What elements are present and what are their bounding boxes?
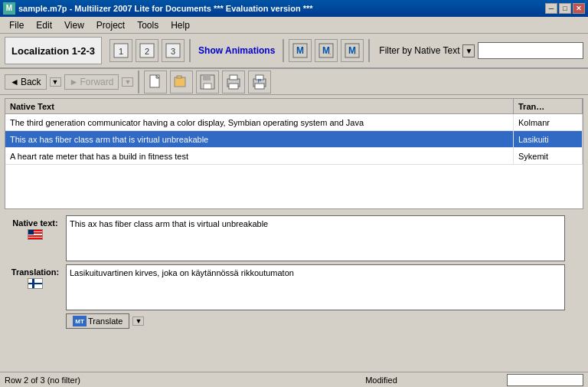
svg-rect-17: [177, 76, 181, 78]
svg-rect-26: [255, 84, 264, 89]
new-doc-button[interactable]: [144, 71, 167, 93]
translation-input[interactable]: [66, 264, 565, 310]
svg-text:M: M: [296, 45, 304, 56]
toolbar: Localization 1-2-3 1 2 3 Show Animations…: [0, 34, 588, 69]
toolbar-btn-2[interactable]: 2: [136, 39, 158, 62]
status-search-input[interactable]: [507, 374, 583, 386]
toolbar-btn-m1[interactable]: M: [289, 39, 312, 62]
fi-flag-icon: [28, 278, 43, 289]
table-header: Native Text Tran…: [5, 99, 583, 114]
menu-bar: File Edit View Project Tools Help: [0, 17, 588, 34]
translate-dropdown[interactable]: ▼: [132, 316, 144, 326]
window-title: sample.m7p - Multilizer 2007 Lite for Do…: [18, 4, 545, 13]
forward-arrow-icon: ►: [70, 77, 79, 87]
cell-native-3: A heart rate meter that has a build in f…: [5, 148, 514, 164]
back-label: Back: [21, 77, 41, 87]
localization-label: Localization 1-2-3: [5, 37, 102, 64]
native-label-text: Native text:: [12, 218, 57, 228]
translation-row: Translation:: [5, 264, 583, 310]
table-row[interactable]: The third generation communicator having…: [5, 114, 583, 131]
back-arrow-icon: ◄: [10, 77, 19, 87]
window-controls: ─ □ ✕: [545, 3, 585, 14]
nav-separator: [138, 71, 139, 93]
save-button[interactable]: [196, 71, 219, 93]
svg-text:←: ←: [353, 51, 358, 57]
column-header-tran: Tran…: [514, 99, 583, 113]
close-button[interactable]: ✕: [573, 3, 585, 14]
menu-tools[interactable]: Tools: [131, 18, 165, 32]
status-bar: Row 2 of 3 (no filter) Modified: [0, 372, 588, 387]
svg-rect-16: [175, 77, 185, 87]
translate-row: MT Translate ▼: [66, 313, 583, 329]
svg-text:→: →: [327, 51, 332, 57]
separator-2: [283, 39, 284, 62]
forward-dropdown[interactable]: ▼: [122, 77, 133, 87]
svg-rect-22: [230, 75, 237, 80]
menu-view[interactable]: View: [58, 18, 90, 32]
svg-rect-19: [203, 75, 211, 80]
menu-edit[interactable]: Edit: [30, 18, 58, 32]
table-row[interactable]: This ax has fiber class arm that is virt…: [5, 131, 583, 148]
cell-tran-3: Sykemit: [514, 148, 583, 164]
translate-button[interactable]: MT Translate: [66, 313, 129, 329]
cell-native-1: The third generation communicator having…: [5, 114, 514, 130]
table-container: Native Text Tran… The third generation c…: [5, 98, 583, 209]
svg-text:2: 2: [145, 47, 149, 56]
native-text-label: Native text:: [5, 215, 66, 240]
svg-rect-23: [229, 84, 238, 89]
bottom-panel: Native text: Translation: MT Translate ▼…: [0, 212, 588, 372]
separator-1: [189, 39, 191, 62]
show-animations-button[interactable]: Show Animations: [195, 44, 278, 57]
svg-text:1: 1: [119, 47, 123, 56]
toolbar-btn-1[interactable]: 1: [109, 39, 132, 62]
filter-dropdown-button[interactable]: ▼: [462, 44, 475, 57]
toolbar-btn-3[interactable]: 3: [162, 39, 185, 62]
translation-label-text: Translation:: [11, 267, 59, 277]
modified-status: Modified: [256, 376, 507, 385]
mt-icon: MT: [73, 316, 87, 326]
native-text-input[interactable]: [66, 215, 565, 261]
menu-help[interactable]: Help: [165, 18, 196, 32]
svg-text:3: 3: [171, 47, 175, 56]
back-dropdown[interactable]: ▼: [50, 77, 61, 87]
app-icon: M: [3, 2, 15, 15]
translate-label: Translate: [88, 316, 122, 326]
cell-tran-1: Kolmanr: [514, 114, 583, 130]
column-header-native: Native Text: [5, 99, 514, 113]
cell-tran-2: Lasikuiti: [514, 131, 583, 147]
print2-button[interactable]: P: [248, 71, 271, 93]
filter-label: Filter by Native Text: [379, 45, 459, 56]
row-info: Row 2 of 3 (no filter): [5, 376, 256, 385]
menu-file[interactable]: File: [3, 18, 30, 32]
title-bar: M sample.m7p - Multilizer 2007 Lite for …: [0, 0, 588, 17]
native-text-row: Native text:: [5, 215, 583, 261]
menu-project[interactable]: Project: [90, 18, 131, 32]
minimize-button[interactable]: ─: [545, 3, 557, 14]
toolbar-btn-m3[interactable]: M←: [341, 39, 364, 62]
print-button[interactable]: [222, 71, 245, 93]
svg-rect-20: [204, 84, 211, 89]
forward-label: Forward: [80, 77, 113, 87]
table-row[interactable]: A heart rate meter that has a build in f…: [5, 148, 583, 165]
filter-input[interactable]: [478, 42, 583, 59]
back-button[interactable]: ◄ Back: [5, 74, 47, 90]
main-content: Native Text Tran… The third generation c…: [0, 95, 588, 372]
translation-label: Translation:: [5, 264, 66, 289]
svg-text:P: P: [258, 78, 262, 84]
open-doc-button[interactable]: [170, 71, 193, 93]
forward-button[interactable]: ► Forward: [64, 74, 119, 90]
maximize-button[interactable]: □: [559, 3, 571, 14]
separator-3: [368, 39, 370, 62]
cell-native-2: This ax has fiber class arm that is virt…: [5, 131, 514, 147]
us-flag-icon: [28, 229, 43, 240]
toolbar-btn-m2[interactable]: M→: [315, 39, 338, 62]
nav-toolbar: ◄ Back ▼ ► Forward ▼ P: [0, 69, 588, 95]
